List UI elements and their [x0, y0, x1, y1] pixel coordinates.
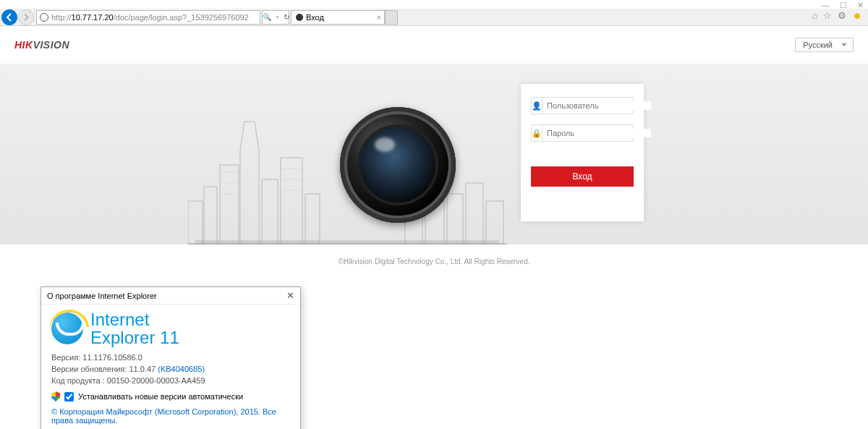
favorites-icon[interactable]: ☆ — [823, 10, 832, 21]
search-icon[interactable]: 🔍 — [263, 13, 271, 21]
ie-brand-text: Internet Explorer 11 — [90, 310, 179, 347]
auto-update-checkbox[interactable] — [64, 392, 74, 402]
svg-rect-0 — [188, 201, 203, 245]
lock-icon: 🔒 — [532, 125, 542, 141]
svg-marker-3 — [240, 122, 259, 245]
address-bar[interactable]: http://10.77.17.20/doc/page/login.asp?_1… — [36, 10, 260, 25]
home-icon[interactable]: ⌂ — [812, 10, 817, 21]
ie-logo-icon — [51, 313, 83, 344]
about-ie-dialog: О программе Internet Explorer ✕ Internet… — [41, 286, 301, 429]
ms-copyright-link[interactable]: © Корпорация Майкрософт (Microsoft Corpo… — [51, 407, 290, 425]
camera-lens-graphic — [340, 107, 456, 223]
browser-tab[interactable]: Вход × — [291, 10, 385, 25]
dialog-title: О программе Internet Explorer — [47, 292, 157, 300]
password-input[interactable] — [542, 129, 651, 137]
nav-forward-button[interactable] — [18, 9, 34, 25]
user-icon: 👤 — [532, 98, 542, 114]
refresh-icon[interactable]: ↻ — [284, 13, 289, 21]
tab-favicon — [296, 14, 303, 21]
svg-rect-11 — [486, 201, 503, 245]
svg-rect-1 — [204, 187, 217, 245]
language-select[interactable]: Русский — [795, 38, 854, 52]
url-text: http://10.77.17.20/doc/page/login.asp?_1… — [51, 13, 257, 22]
brand-logo: HIKVISION — [14, 39, 69, 51]
svg-rect-6 — [305, 194, 320, 245]
globe-icon — [40, 13, 48, 22]
nav-back-button[interactable] — [1, 9, 17, 25]
svg-rect-2 — [220, 165, 239, 245]
svg-rect-5 — [281, 158, 302, 245]
kb-link[interactable]: (KB4040685) — [158, 365, 205, 373]
search-refresh-box[interactable]: 🔍 ▾ ↻ — [262, 10, 289, 25]
username-input[interactable] — [542, 101, 651, 110]
svg-rect-19 — [195, 240, 499, 245]
login-panel: 👤 🔒 Вход — [521, 84, 644, 221]
svg-rect-4 — [262, 179, 278, 245]
browser-toolbar: http://10.77.17.20/doc/page/login.asp?_1… — [0, 9, 868, 26]
settings-gear-icon[interactable]: ⚙ — [838, 10, 846, 21]
auto-update-label: Устанавливать новые версии автоматически — [78, 392, 243, 401]
dialog-close-icon[interactable]: ✕ — [286, 290, 294, 301]
password-field-wrap: 🔒 — [531, 124, 634, 142]
footer-copyright: ©Hikvision Digital Technology Co., Ltd. … — [0, 245, 868, 279]
svg-rect-10 — [466, 183, 483, 245]
shield-icon — [51, 391, 60, 402]
tab-title: Вход — [306, 13, 324, 22]
new-tab-button[interactable] — [385, 10, 398, 25]
hero-banner: 👤 🔒 Вход — [0, 64, 868, 245]
feedback-icon[interactable]: ☻ — [852, 10, 862, 21]
tab-close-icon[interactable]: × — [377, 13, 381, 22]
login-button[interactable]: Вход — [531, 166, 634, 187]
about-version-block: Версия: 11.1176.10586.0 Версии обновлени… — [51, 352, 290, 387]
username-field-wrap: 👤 — [531, 97, 634, 114]
